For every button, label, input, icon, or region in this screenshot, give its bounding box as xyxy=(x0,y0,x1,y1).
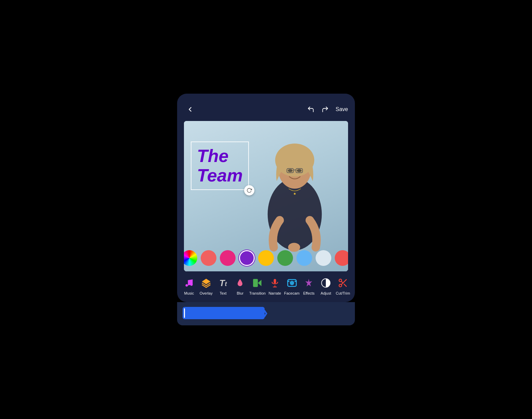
svg-point-3 xyxy=(288,169,293,172)
tool-facecam-label: Facecam xyxy=(284,291,300,295)
tool-effects[interactable]: Effects xyxy=(301,277,317,295)
svg-point-20 xyxy=(291,282,293,284)
svg-rect-15 xyxy=(274,279,276,283)
timeline-arrow: ❯ xyxy=(262,309,268,317)
music-icon xyxy=(183,277,195,289)
microphone-icon xyxy=(269,277,281,289)
transition-icon xyxy=(251,277,264,289)
undo-redo-group xyxy=(306,104,330,114)
svg-line-28 xyxy=(344,284,346,286)
tool-narrate[interactable]: Narrate xyxy=(267,277,283,295)
adjust-icon xyxy=(320,277,332,289)
top-bar-right: Save xyxy=(306,104,348,114)
svg-point-4 xyxy=(297,169,302,172)
tool-cuttrim-label: Cut/Trim xyxy=(336,291,350,295)
tool-overlay[interactable]: Overlay xyxy=(198,277,214,295)
tool-text-label: Text xyxy=(220,291,226,295)
blur-icon xyxy=(234,277,246,289)
swatch-rainbow[interactable] xyxy=(184,250,197,266)
timeline-track[interactable] xyxy=(183,307,265,319)
timeline-cursor xyxy=(184,308,185,318)
text-icon: Tt xyxy=(217,277,229,289)
swatch-blue[interactable] xyxy=(296,250,312,266)
swatch-red[interactable] xyxy=(335,250,348,266)
tool-music[interactable]: Music xyxy=(181,277,197,295)
tool-effects-label: Effects xyxy=(303,291,315,295)
timeline-area: ❯ xyxy=(177,302,355,325)
tool-transition-label: Transition xyxy=(249,291,266,295)
tool-blur[interactable]: Blur xyxy=(232,277,248,295)
swatch-purple[interactable] xyxy=(239,250,255,266)
swatch-green[interactable] xyxy=(277,250,293,266)
effects-icon xyxy=(303,277,315,289)
back-button[interactable] xyxy=(184,103,196,116)
app-container: Save xyxy=(177,94,355,325)
tool-facecam[interactable]: Facecam xyxy=(284,277,300,295)
save-button[interactable]: Save xyxy=(336,106,348,112)
tool-overlay-label: Overlay xyxy=(200,291,213,295)
svg-point-11 xyxy=(190,283,192,286)
woman-figure xyxy=(241,121,348,271)
color-swatches-row xyxy=(184,250,348,266)
svg-point-10 xyxy=(185,284,188,287)
tool-blur-label: Blur xyxy=(237,291,244,295)
tool-transition[interactable]: Transition xyxy=(249,277,266,295)
tool-adjust[interactable]: Adjust xyxy=(318,277,334,295)
swatch-light[interactable] xyxy=(316,250,331,266)
svg-marker-23 xyxy=(305,279,312,287)
canvas-image: The Team xyxy=(184,121,348,271)
canvas-text[interactable]: The Team xyxy=(197,146,243,185)
swatch-pink[interactable] xyxy=(220,250,236,266)
facecam-icon xyxy=(286,277,298,289)
timeline-track-wrapper: ❯ xyxy=(183,307,265,319)
redo-button[interactable] xyxy=(320,104,330,114)
scissors-icon xyxy=(337,277,349,289)
swatch-coral[interactable] xyxy=(201,250,216,266)
tool-music-label: Music xyxy=(184,291,194,295)
svg-rect-13 xyxy=(253,279,258,287)
tool-adjust-label: Adjust xyxy=(321,291,331,295)
tool-narrate-label: Narrate xyxy=(268,291,281,295)
tool-cuttrim[interactable]: Cut/Trim xyxy=(335,277,351,295)
bottom-toolbar: Music Overlay Tt Text xyxy=(177,271,355,302)
tool-text[interactable]: Tt Text xyxy=(215,277,231,295)
canvas-area: The Team xyxy=(184,121,348,271)
undo-button[interactable] xyxy=(306,104,316,114)
text-selection-box[interactable]: The Team xyxy=(191,141,249,190)
svg-point-9 xyxy=(294,193,295,194)
editor-panel: Save xyxy=(177,94,355,271)
svg-line-29 xyxy=(341,281,343,283)
toolbar-items: Music Overlay Tt Text xyxy=(181,277,351,295)
top-bar: Save xyxy=(184,100,348,121)
svg-marker-14 xyxy=(258,280,262,286)
layers-icon xyxy=(200,277,212,289)
swatch-yellow[interactable] xyxy=(258,250,274,266)
